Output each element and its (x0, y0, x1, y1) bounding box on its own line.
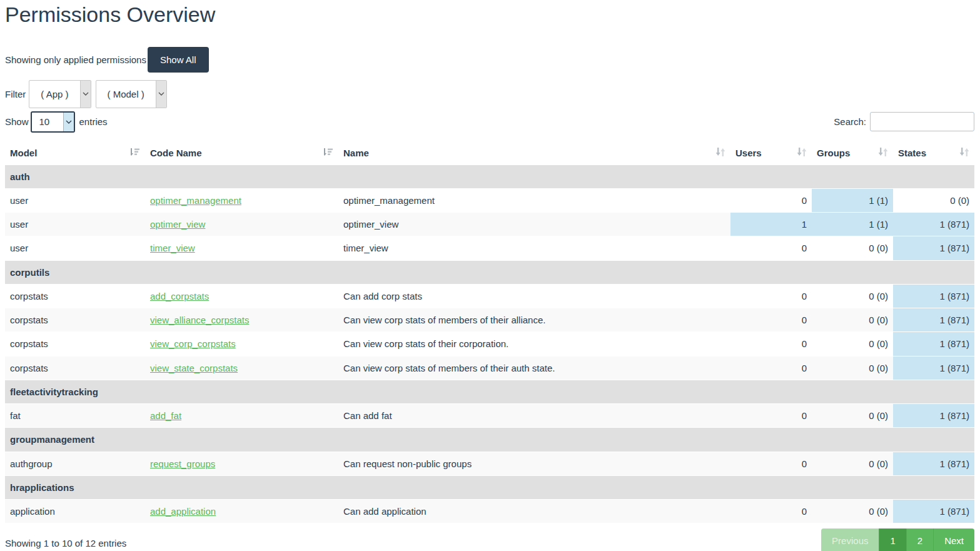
app-group-label: groupmanagement (5, 428, 974, 452)
groups-count-cell: 0 (0) (812, 452, 893, 475)
pagination-next[interactable]: Next (933, 528, 974, 551)
code-name-cell: add_application (145, 500, 338, 523)
table-row: fatadd_fatCan add fat00 (0)1 (871) (5, 404, 974, 428)
page-length-select[interactable]: 10 (31, 111, 75, 133)
app-filter-select[interactable]: ( App ) (29, 80, 91, 108)
code-name-cell: optimer_view (145, 213, 338, 236)
sort-amount-icon (131, 148, 140, 158)
users-count-cell: 0 (730, 500, 812, 523)
search-area: Search: (834, 112, 974, 131)
name-cell: Can view corp stats of members of their … (338, 308, 730, 332)
users-count-cell: 0 (730, 308, 812, 332)
search-input[interactable] (870, 112, 974, 131)
length-and-search-line: Show 10 entries Search: (5, 111, 974, 133)
app-group-row: fleetactivitytracking (5, 380, 974, 403)
states-count-cell: 1 (871) (893, 213, 974, 236)
code-name-cell: add_corpstats (145, 284, 338, 308)
code-name-link[interactable]: timer_view (150, 243, 195, 253)
groups-count-cell: 1 (1) (812, 188, 893, 212)
table-row: corpstatsview_state_corpstatsCan view co… (5, 356, 974, 380)
model-cell: user (5, 236, 145, 260)
pagination-1[interactable]: 1 (879, 528, 906, 551)
code-name-link[interactable]: add_corpstats (150, 291, 209, 301)
model-cell: user (5, 188, 145, 212)
code-name-cell: timer_view (145, 236, 338, 260)
groups-count-cell: 0 (0) (812, 356, 893, 380)
permissions-table: ModelCode NameNameUsersGroupsStates auth… (5, 143, 974, 523)
name-cell: Can request non-public groups (338, 452, 730, 475)
code-name-cell: view_corp_corpstats (145, 332, 338, 356)
model-cell: user (5, 213, 145, 236)
filter-label: Filter (5, 89, 26, 99)
model-cell: corpstats (5, 308, 145, 332)
states-count-cell: 1 (871) (893, 356, 974, 380)
page-title: Permissions Overview (5, 1, 974, 28)
app-group-label: fleetactivitytracking (5, 380, 974, 403)
pagination: Previous12Next (821, 528, 974, 551)
code-name-link[interactable]: add_application (150, 506, 216, 517)
name-cell: Can add corp stats (338, 284, 730, 308)
name-cell: optimer_view (338, 213, 730, 236)
filter-line: Filter ( App ) ( Model ) (5, 80, 974, 108)
users-count-cell: 0 (730, 356, 812, 380)
column-header-model[interactable]: Model (5, 143, 145, 165)
chevron-down-icon (63, 113, 74, 131)
column-header-users[interactable]: Users (730, 143, 812, 165)
states-count-cell: 1 (871) (893, 332, 974, 356)
show-label: Show (5, 116, 29, 127)
groups-count-cell: 0 (0) (812, 284, 893, 308)
code-name-link[interactable]: optimer_view (150, 219, 205, 230)
column-header-groups[interactable]: Groups (812, 143, 893, 165)
groups-count-cell: 1 (1) (812, 213, 893, 236)
table-row: corpstatsview_alliance_corpstatsCan view… (5, 308, 974, 332)
column-header-states[interactable]: States (893, 143, 974, 165)
column-label: States (898, 148, 926, 158)
model-filter-select[interactable]: ( Model ) (96, 80, 167, 108)
code-name-cell: optimer_management (145, 188, 338, 212)
groups-count-cell: 0 (0) (812, 308, 893, 332)
sort-amount-icon (324, 148, 333, 158)
page-length-value: 10 (32, 113, 63, 131)
search-label: Search: (834, 116, 866, 127)
column-header-name[interactable]: Name (338, 143, 730, 165)
code-name-link[interactable]: view_alliance_corpstats (150, 315, 249, 325)
sort-arrows-icon (959, 148, 969, 158)
states-count-cell: 1 (871) (893, 404, 974, 428)
app-group-label: hrapplications (5, 475, 974, 499)
status-line: Showing only applied permissions Show Al… (5, 47, 974, 73)
users-count-cell: 0 (730, 284, 812, 308)
users-count-cell: 0 (730, 188, 812, 212)
code-name-link[interactable]: add_fat (150, 410, 181, 421)
code-name-link[interactable]: view_state_corpstats (150, 363, 238, 373)
code-name-link[interactable]: request_groups (150, 458, 215, 469)
status-text: Showing only applied permissions (5, 54, 146, 65)
app-group-row: corputils (5, 260, 974, 284)
pagination-2[interactable]: 2 (906, 528, 933, 551)
states-count-cell: 1 (871) (893, 308, 974, 332)
table-row: usertimer_viewtimer_view00 (0)1 (871) (5, 236, 974, 260)
name-cell: Can add fat (338, 404, 730, 428)
table-row: corpstatsadd_corpstatsCan add corp stats… (5, 284, 974, 308)
model-cell: corpstats (5, 332, 145, 356)
code-name-link[interactable]: optimer_management (150, 195, 241, 206)
table-footer: Showing 1 to 10 of 12 entries Previous12… (5, 528, 974, 551)
table-row: authgrouprequest_groupsCan request non-p… (5, 452, 974, 475)
app-group-row: groupmanagement (5, 428, 974, 452)
groups-count-cell: 0 (0) (812, 500, 893, 523)
app-filter-value: ( App ) (29, 81, 79, 108)
name-cell: Can view corp stats of their corporation… (338, 332, 730, 356)
column-label: Users (735, 148, 762, 158)
column-header-code-name[interactable]: Code Name (145, 143, 338, 165)
users-count-cell: 0 (730, 236, 812, 260)
show-all-button[interactable]: Show All (148, 47, 209, 73)
states-count-cell: 1 (871) (893, 236, 974, 260)
code-name-link[interactable]: view_corp_corpstats (150, 338, 236, 349)
column-label: Model (10, 148, 37, 158)
pagination-previous: Previous (821, 528, 879, 551)
code-name-cell: view_alliance_corpstats (145, 308, 338, 332)
table-row: applicationadd_applicationCan add applic… (5, 500, 974, 523)
users-count-cell: 0 (730, 452, 812, 475)
model-cell: corpstats (5, 284, 145, 308)
app-group-row: auth (5, 164, 974, 188)
chevron-down-icon (156, 81, 166, 108)
